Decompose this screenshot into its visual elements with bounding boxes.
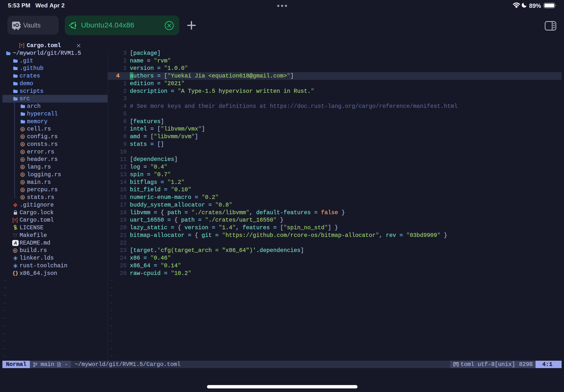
svg-text:R: R [14,249,16,252]
svg-text:R: R [22,158,24,161]
svg-text:R: R [22,181,24,183]
svg-text:R: R [22,135,24,138]
svg-text:R: R [22,166,24,168]
svg-text:R: R [22,196,24,199]
svg-text:R: R [22,150,24,153]
svg-text:R: R [22,143,24,146]
svg-text:R: R [22,188,24,191]
svg-text:R: R [22,173,24,176]
svg-text:R: R [22,128,24,130]
